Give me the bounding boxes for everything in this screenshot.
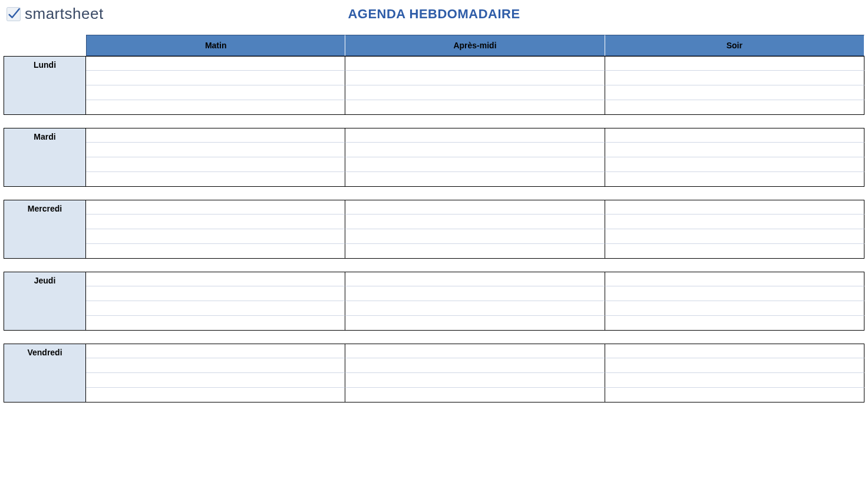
agenda-cell[interactable] bbox=[86, 143, 345, 157]
agenda-cell[interactable] bbox=[86, 358, 345, 373]
agenda-cell[interactable] bbox=[605, 373, 864, 388]
agenda-cell[interactable] bbox=[605, 143, 864, 157]
agenda-cell[interactable] bbox=[605, 157, 864, 172]
agenda-cell[interactable] bbox=[345, 172, 605, 187]
agenda-cell[interactable] bbox=[345, 344, 605, 358]
agenda-cell[interactable] bbox=[605, 244, 864, 259]
day-gap bbox=[4, 187, 864, 200]
agenda-cell[interactable] bbox=[345, 388, 605, 402]
agenda-cell[interactable] bbox=[86, 172, 345, 187]
agenda-cell[interactable] bbox=[345, 56, 605, 71]
day-gap bbox=[4, 331, 864, 344]
agenda-cell[interactable] bbox=[345, 85, 605, 100]
agenda-cell[interactable] bbox=[605, 215, 864, 229]
agenda-cell[interactable] bbox=[605, 172, 864, 187]
agenda-cell[interactable] bbox=[605, 56, 864, 71]
agenda-cell[interactable] bbox=[605, 272, 864, 286]
agenda-cell[interactable] bbox=[605, 100, 864, 115]
day-label: Vendredi bbox=[4, 344, 86, 402]
agenda-cell[interactable] bbox=[605, 358, 864, 373]
agenda-cell[interactable] bbox=[605, 344, 864, 358]
agenda-cell[interactable] bbox=[86, 244, 345, 259]
agenda-cell[interactable] bbox=[345, 215, 605, 229]
column-header: Après-midi bbox=[345, 35, 605, 56]
agenda-cell[interactable] bbox=[605, 388, 864, 402]
agenda-cell[interactable] bbox=[345, 272, 605, 286]
header-spacer bbox=[4, 35, 86, 56]
agenda-cell[interactable] bbox=[605, 71, 864, 85]
agenda-cell[interactable] bbox=[345, 316, 605, 331]
header: smartsheet AGENDA HEBDOMADAIRE bbox=[0, 0, 868, 35]
agenda-cell[interactable] bbox=[345, 244, 605, 259]
page-title: AGENDA HEBDOMADAIRE bbox=[348, 6, 520, 22]
brand-name: smartsheet bbox=[25, 5, 104, 23]
agenda-cell[interactable] bbox=[345, 157, 605, 172]
agenda-cell[interactable] bbox=[345, 286, 605, 301]
agenda-cell[interactable] bbox=[345, 71, 605, 85]
agenda-cell[interactable] bbox=[86, 286, 345, 301]
agenda-cell[interactable] bbox=[345, 301, 605, 316]
agenda-cell[interactable] bbox=[86, 128, 345, 143]
agenda-cell[interactable] bbox=[605, 316, 864, 331]
day-label: Mercredi bbox=[4, 200, 86, 259]
day-gap bbox=[4, 259, 864, 272]
agenda-cell[interactable] bbox=[86, 373, 345, 388]
agenda-cell[interactable] bbox=[86, 301, 345, 316]
agenda-cell[interactable] bbox=[345, 100, 605, 115]
agenda-cell[interactable] bbox=[86, 100, 345, 115]
agenda-cell[interactable] bbox=[345, 373, 605, 388]
day-label: Jeudi bbox=[4, 272, 86, 331]
day-gap bbox=[4, 115, 864, 128]
agenda-cell[interactable] bbox=[86, 388, 345, 402]
agenda-cell[interactable] bbox=[86, 56, 345, 71]
agenda-cell[interactable] bbox=[345, 128, 605, 143]
agenda-cell[interactable] bbox=[86, 71, 345, 85]
agenda-grid: MatinAprès-midiSoirLundiMardiMercrediJeu… bbox=[0, 35, 868, 402]
agenda-cell[interactable] bbox=[86, 316, 345, 331]
day-label: Lundi bbox=[4, 56, 86, 115]
agenda-cell[interactable] bbox=[86, 200, 345, 215]
agenda-cell[interactable] bbox=[86, 229, 345, 244]
agenda-cell[interactable] bbox=[345, 229, 605, 244]
day-label: Mardi bbox=[4, 128, 86, 187]
agenda-cell[interactable] bbox=[605, 128, 864, 143]
agenda-cell[interactable] bbox=[86, 344, 345, 358]
column-header: Soir bbox=[605, 35, 864, 56]
agenda-cell[interactable] bbox=[86, 85, 345, 100]
agenda-cell[interactable] bbox=[605, 301, 864, 316]
agenda-cell[interactable] bbox=[345, 200, 605, 215]
brand-logo: smartsheet bbox=[6, 5, 104, 23]
column-header: Matin bbox=[86, 35, 345, 56]
agenda-cell[interactable] bbox=[605, 85, 864, 100]
agenda-cell[interactable] bbox=[605, 200, 864, 215]
agenda-cell[interactable] bbox=[345, 143, 605, 157]
agenda-cell[interactable] bbox=[86, 272, 345, 286]
agenda-cell[interactable] bbox=[605, 229, 864, 244]
agenda-cell[interactable] bbox=[345, 358, 605, 373]
agenda-cell[interactable] bbox=[86, 215, 345, 229]
agenda-cell[interactable] bbox=[605, 286, 864, 301]
agenda-cell[interactable] bbox=[86, 157, 345, 172]
checkmark-icon bbox=[6, 6, 21, 22]
